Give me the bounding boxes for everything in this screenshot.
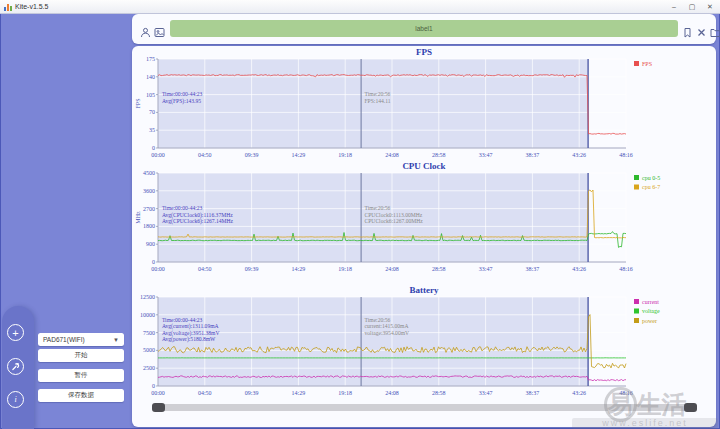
range-handle-right[interactable] [684, 403, 697, 412]
svg-text:900: 900 [146, 241, 155, 247]
svg-text:2500: 2500 [143, 365, 155, 371]
svg-text:38:37: 38:37 [526, 390, 540, 396]
svg-text:12500: 12500 [140, 294, 155, 300]
plus-icon: + [12, 327, 18, 339]
svg-text:38:37: 38:37 [526, 266, 540, 272]
annotation: Time:00:00-44:23 [162, 317, 203, 323]
screenshot-icon[interactable] [154, 24, 165, 35]
charts-panel: FPS 0357010514017500:0004:5009:3914:2919… [132, 46, 716, 427]
legend-swatch [634, 299, 639, 304]
annotation: Avg(FPS):143.95 [162, 98, 201, 105]
svg-text:3600: 3600 [143, 188, 155, 194]
window-title: Kite-v1.5.5 [15, 3, 48, 10]
legend-swatch [634, 175, 639, 180]
settings-button[interactable] [7, 358, 24, 375]
app-window: Kite-v1.5.5 – ▢ ✕ label1 FPS 0357010 [0, 0, 720, 429]
annotation: Time:20:56 [365, 317, 391, 323]
legend-swatch [634, 318, 639, 323]
battery-chart[interactable]: Battery 0250050007500100001250000:0004:5… [132, 286, 716, 400]
svg-text:19:18: 19:18 [338, 390, 352, 396]
svg-text:04:50: 04:50 [198, 266, 212, 272]
time-range-scrollbar[interactable] [152, 404, 697, 411]
svg-text:14:29: 14:29 [292, 390, 306, 396]
fps-plot: 0357010514017500:0004:5009:3914:2919:182… [132, 48, 716, 162]
svg-text:0: 0 [152, 145, 155, 151]
svg-text:140: 140 [146, 74, 155, 80]
bookmark-icon[interactable] [682, 24, 693, 35]
annotation: Time:00:00-44:23 [162, 205, 203, 211]
selected-region [158, 297, 588, 386]
svg-text:48:16: 48:16 [619, 152, 633, 158]
svg-text:7500: 7500 [143, 330, 155, 336]
svg-text:175: 175 [146, 56, 155, 62]
maximize-button[interactable]: ▢ [684, 1, 700, 12]
annotation: Time:20:56 [365, 91, 391, 97]
toolbar: label1 [132, 14, 716, 44]
annotation: current:1415.00mA [365, 323, 409, 329]
svg-text:48:16: 48:16 [619, 390, 633, 396]
add-device-button[interactable]: + [7, 324, 24, 341]
svg-text:105: 105 [146, 92, 155, 98]
fps-chart[interactable]: FPS 0357010514017500:0004:5009:3914:2919… [132, 48, 716, 162]
annotation: CPUClock0:1113.00MHz [365, 212, 423, 218]
svg-text:70: 70 [149, 109, 155, 115]
user-icon[interactable] [140, 24, 151, 35]
legend-label: power [642, 318, 657, 324]
svg-text:43:26: 43:26 [572, 266, 586, 272]
legend-label: FPS [642, 61, 652, 67]
annotation: Time:20:56 [365, 205, 391, 211]
svg-text:14:29: 14:29 [292, 266, 306, 272]
legend-swatch [634, 61, 639, 66]
legend-label: current [642, 299, 659, 305]
svg-text:0: 0 [152, 259, 155, 265]
legend-label: voltage [642, 308, 660, 314]
pause-button[interactable]: 暂停 [38, 369, 124, 382]
svg-text:00:00: 00:00 [151, 266, 165, 272]
svg-text:09:39: 09:39 [245, 266, 259, 272]
device-select[interactable]: PAD671(WIFI) ▼ [38, 333, 124, 346]
svg-text:14:29: 14:29 [292, 152, 306, 158]
start-button[interactable]: 开始 [38, 349, 124, 362]
info-button[interactable]: i [7, 391, 24, 408]
cpu-clock-plot: 0900180027003600450000:0004:5009:3914:29… [132, 162, 716, 276]
legend-swatch [634, 309, 639, 314]
svg-text:19:18: 19:18 [338, 152, 352, 158]
svg-text:24:08: 24:08 [385, 152, 399, 158]
svg-text:04:50: 04:50 [198, 152, 212, 158]
cpu-clock-chart[interactable]: CPU Clock 0900180027003600450000:0004:50… [132, 162, 716, 276]
svg-text:35: 35 [149, 127, 155, 133]
close-button[interactable]: ✕ [702, 1, 718, 12]
annotation: FPS:144.11 [365, 98, 391, 104]
svg-text:0: 0 [152, 383, 155, 389]
svg-text:MHz: MHz [135, 211, 141, 224]
wrench-icon [11, 362, 20, 371]
folder-icon[interactable] [710, 24, 720, 35]
range-handle-left[interactable] [152, 403, 165, 412]
svg-text:09:39: 09:39 [245, 152, 259, 158]
progress-bar: label1 [170, 20, 678, 37]
svg-text:FPS: FPS [135, 98, 141, 108]
save-data-button[interactable]: 保存数据 [38, 389, 124, 402]
annotation: voltage:3954.00mV [365, 330, 410, 336]
minimize-button[interactable]: – [666, 1, 682, 12]
annotation: Avg(CPUClock6):1267.14MHz [162, 218, 234, 225]
annotation: CPUClock6:1267.00MHz [365, 218, 424, 224]
svg-text:00:00: 00:00 [151, 152, 165, 158]
clear-icon[interactable] [696, 24, 707, 35]
svg-text:28:58: 28:58 [432, 152, 446, 158]
svg-text:24:08: 24:08 [385, 266, 399, 272]
info-icon: i [14, 395, 16, 404]
svg-text:5000: 5000 [143, 347, 155, 353]
svg-text:33:47: 33:47 [479, 390, 493, 396]
device-select-value: PAD671(WIFI) [43, 336, 85, 343]
svg-text:48:16: 48:16 [619, 266, 633, 272]
svg-text:33:47: 33:47 [479, 266, 493, 272]
legend-label: cpu 0-5 [642, 175, 660, 181]
svg-text:43:26: 43:26 [572, 152, 586, 158]
svg-text:24:08: 24:08 [385, 390, 399, 396]
legend-swatch [634, 185, 639, 190]
svg-text:19:18: 19:18 [338, 266, 352, 272]
titlebar: Kite-v1.5.5 – ▢ ✕ [0, 0, 720, 14]
chevron-down-icon: ▼ [113, 337, 119, 343]
svg-text:28:58: 28:58 [432, 390, 446, 396]
